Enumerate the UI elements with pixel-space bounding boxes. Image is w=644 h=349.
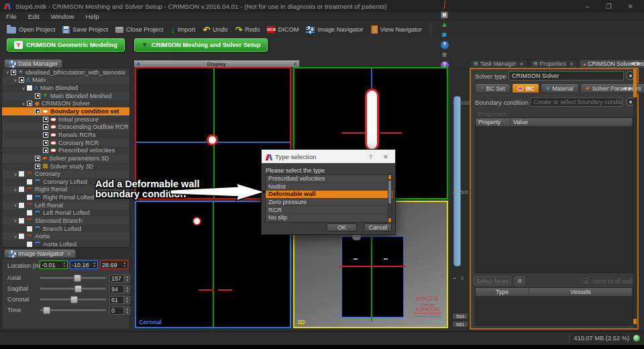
- slider-spinner[interactable]: ▲▼: [124, 307, 130, 315]
- close-project-button[interactable]: Close Project: [115, 26, 163, 33]
- expander-icon[interactable]: ∨: [4, 69, 11, 75]
- dialog-help-button[interactable]: ?: [369, 153, 372, 160]
- save-project-button[interactable]: Save Project: [62, 26, 108, 34]
- redo-button[interactable]: ↷Redo: [235, 25, 260, 35]
- location-value-0[interactable]: -0.01▲▼: [40, 260, 68, 269]
- maximize-button[interactable]: ❐: [606, 3, 612, 10]
- slider-spinner[interactable]: ▲▼: [124, 285, 130, 293]
- dock-tab-close-icon[interactable]: ✕: [570, 61, 574, 67]
- type-list-scrollbar[interactable]: [388, 174, 392, 223]
- select-faces-button[interactable]: Select faces: [474, 277, 511, 285]
- slider-axial[interactable]: [40, 277, 107, 279]
- image-navigator-tab[interactable]: Image Navigator ✕: [4, 249, 76, 258]
- node-checkbox[interactable]: [35, 156, 40, 161]
- node-checkbox[interactable]: [19, 187, 24, 192]
- crimson-meshing-solver-button[interactable]: ▼CRIMSON Meshing and Solver Setup: [134, 38, 268, 52]
- tree-item-prescribed-velocities[interactable]: Prescribed velocities: [2, 146, 129, 154]
- import-button[interactable]: ↓Import: [170, 25, 195, 35]
- node-checkbox[interactable]: [35, 93, 40, 99]
- node-checkbox[interactable]: [19, 234, 24, 239]
- node-checkbox[interactable]: [27, 195, 32, 200]
- mask-icon[interactable]: ▣: [439, 9, 449, 19]
- menu-item-window[interactable]: Window: [51, 13, 74, 20]
- tree-item-left-renal-lofted[interactable]: Left Renal Lofted: [2, 209, 129, 217]
- type-option-netlist[interactable]: Netlist: [266, 183, 392, 191]
- node-checkbox[interactable]: [43, 117, 48, 122]
- node-checkbox[interactable]: [19, 218, 24, 223]
- tab-scroll-left-icon[interactable]: ◀: [631, 60, 635, 66]
- dialog-close-button[interactable]: ✕: [383, 153, 388, 160]
- node-checkbox[interactable]: [27, 85, 32, 91]
- view-navigator-button[interactable]: View Navigator: [371, 26, 422, 34]
- cancel-button[interactable]: Cancel: [364, 223, 392, 232]
- node-checkbox[interactable]: [11, 70, 16, 75]
- open-project-button[interactable]: Open Project: [7, 26, 55, 34]
- tree-item-aorta-lofted[interactable]: Aorta Lofted: [2, 240, 129, 248]
- slider-handle[interactable]: [74, 275, 81, 282]
- slider-spinner[interactable]: ▲▼: [124, 275, 130, 283]
- tree-item-solver-study-3d[interactable]: ▦Solver study 3D: [2, 162, 129, 170]
- node-checkbox[interactable]: [27, 242, 32, 247]
- expander-icon[interactable]: ∨: [12, 187, 19, 193]
- tree-item-left-renal[interactable]: ∨Left Renal: [2, 201, 129, 209]
- slider-sagittal[interactable]: [40, 287, 107, 290]
- tree-item-descending-outflow-rcrs[interactable]: Descending Outflow RCRs: [2, 123, 129, 131]
- slider-time[interactable]: [40, 309, 107, 311]
- node-checkbox[interactable]: [43, 140, 48, 146]
- type-option-no-slip[interactable]: No slip: [266, 214, 392, 222]
- data-manager-tab[interactable]: Data Manager: [4, 59, 62, 68]
- tree-item-main[interactable]: ∨ΛMain: [2, 77, 129, 85]
- dialog-title-bar[interactable]: Type selection ? ✕: [262, 150, 395, 163]
- properties-table[interactable]: Property Value: [475, 117, 633, 273]
- tree-item-main-blended[interactable]: ∨ΛMain Blended: [2, 84, 129, 92]
- expander-icon[interactable]: ∨: [28, 109, 35, 115]
- subtab-scroll-left-icon[interactable]: ◀: [623, 85, 627, 91]
- expander-icon[interactable]: ∨: [20, 101, 27, 107]
- tree-item-solver-parameters-3d[interactable]: ▰Solver parameters 3D: [2, 154, 129, 162]
- spinner-icons[interactable]: ▲▼: [61, 262, 66, 268]
- subtab-bc-set[interactable]: ◔BC Set: [475, 83, 511, 93]
- node-checkbox[interactable]: [19, 171, 24, 177]
- minimize-button[interactable]: –: [586, 3, 590, 10]
- help-list-icon[interactable]: ≡: [439, 50, 449, 60]
- node-checkbox[interactable]: [35, 164, 40, 169]
- box3d-icon[interactable]: ■: [439, 30, 449, 40]
- node-checkbox[interactable]: [27, 210, 32, 215]
- expander-icon[interactable]: ∨: [12, 171, 19, 177]
- node-checkbox[interactable]: [35, 109, 40, 114]
- tree-item-coronary[interactable]: ∨Coronary: [2, 170, 129, 178]
- node-checkbox[interactable]: [43, 148, 48, 153]
- image-navigator-close-icon[interactable]: ✕: [66, 251, 70, 257]
- ok-button[interactable]: OK: [327, 223, 357, 232]
- dicom-button[interactable]: DICMDICOM: [267, 26, 299, 33]
- expander-icon[interactable]: ∨: [12, 202, 19, 208]
- node-checkbox[interactable]: [43, 132, 48, 138]
- dock-tab-properties[interactable]: ▤Properties✕: [529, 59, 578, 68]
- vessel-path-icon[interactable]: ∫: [439, 0, 449, 9]
- dock-tab-close-icon[interactable]: ✕: [520, 61, 524, 67]
- tree-item-boundary-condition-set[interactable]: ∨Boundary condition set: [2, 107, 129, 115]
- expander-icon[interactable]: ∨: [20, 85, 27, 91]
- node-checkbox[interactable]: [27, 226, 32, 232]
- type-option-zero-pressure[interactable]: Zero pressure: [266, 199, 392, 207]
- solver-type-combobox[interactable]: CRIMSON Solver: [508, 71, 624, 81]
- node-checkbox[interactable]: [27, 101, 32, 106]
- tab-scroll-right-icon[interactable]: ▶: [637, 60, 641, 66]
- tree-item-stenosed-branch[interactable]: ∨Stenosed Branch: [2, 217, 129, 225]
- apply-to-all-walls-checkbox[interactable]: ✕ Apply to all walls: [584, 278, 635, 285]
- subtab-material[interactable]: ■Material: [541, 83, 578, 93]
- slider-coronal[interactable]: [40, 298, 107, 301]
- menu-item-edit[interactable]: Edit: [28, 13, 40, 20]
- help-icon[interactable]: ?: [439, 40, 449, 50]
- target-icon[interactable]: ⊙: [515, 277, 525, 285]
- expander-icon[interactable]: ∨: [12, 77, 19, 83]
- close-button[interactable]: ✕: [628, 3, 633, 10]
- node-checkbox[interactable]: [27, 179, 32, 185]
- node-checkbox[interactable]: [19, 203, 24, 208]
- type-option-deformable-wall[interactable]: Deformable wall: [266, 191, 392, 199]
- tree-item-idealised-bifricutation-with-stenosis[interactable]: ∨✳Idealised_bifricutation_with_stenosis: [2, 68, 129, 77]
- display-title-bar[interactable]: ♣ Display ✕: [134, 60, 299, 67]
- vessels-table[interactable]: Type Vessels: [475, 287, 633, 326]
- tree-item-aorta[interactable]: ∨Aorta: [2, 232, 129, 240]
- slider-spinner[interactable]: ▲▼: [124, 296, 130, 304]
